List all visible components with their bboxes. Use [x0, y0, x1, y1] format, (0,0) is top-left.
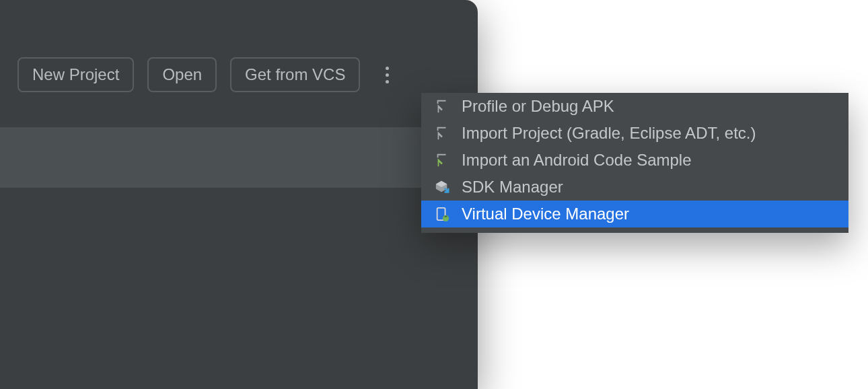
menu-item-import-project[interactable]: Import Project (Gradle, Eclipse ADT, etc… — [421, 120, 848, 147]
menu-item-import-sample[interactable]: Import an Android Code Sample — [421, 147, 848, 174]
more-actions-button[interactable] — [377, 61, 397, 89]
sdk-box-icon — [433, 178, 451, 196]
menu-item-label: Profile or Debug APK — [462, 97, 614, 116]
menu-item-label: Import an Android Code Sample — [462, 151, 692, 170]
recent-list-row[interactable] — [0, 127, 478, 188]
menu-item-profile-debug-apk[interactable]: Profile or Debug APK — [421, 93, 848, 120]
open-button[interactable]: Open — [147, 57, 217, 92]
menu-item-virtual-device-manager[interactable]: Virtual Device Manager — [421, 201, 848, 227]
more-actions-menu: Profile or Debug APK Import Project (Gra… — [421, 93, 848, 233]
menu-item-label: Virtual Device Manager — [462, 205, 629, 223]
import-arrow-icon — [433, 98, 451, 115]
get-from-vcs-button[interactable]: Get from VCS — [230, 57, 360, 92]
menu-padding — [421, 227, 848, 233]
import-arrow-green-icon — [433, 151, 451, 169]
menu-item-sdk-manager[interactable]: SDK Manager — [421, 174, 848, 201]
device-icon — [433, 205, 451, 223]
new-project-button[interactable]: New Project — [17, 57, 134, 92]
import-arrow-icon — [433, 125, 451, 142]
menu-item-label: Import Project (Gradle, Eclipse ADT, etc… — [462, 124, 756, 143]
toolbar: New Project Open Get from VCS — [0, 0, 478, 92]
welcome-window: New Project Open Get from VCS — [0, 0, 478, 389]
menu-item-label: SDK Manager — [462, 178, 563, 197]
